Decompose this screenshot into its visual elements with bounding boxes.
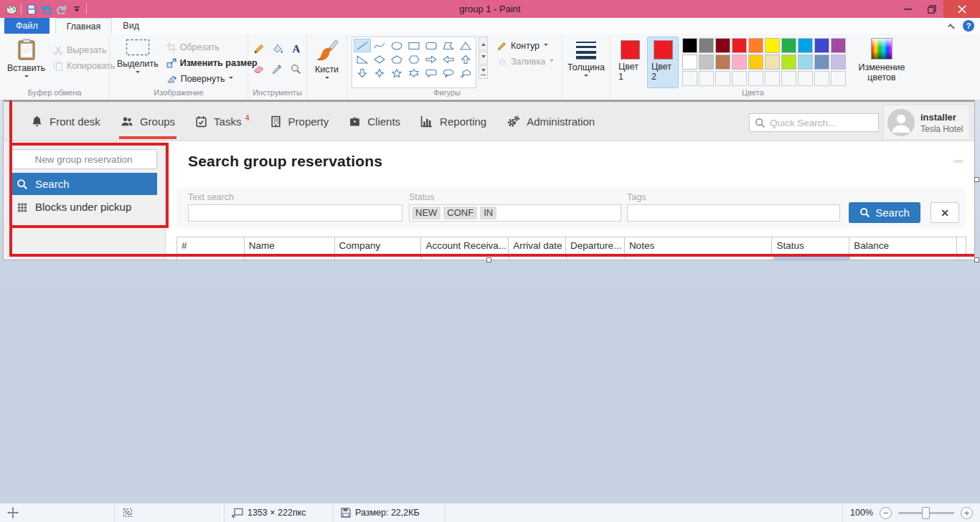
palette-color-efe4b0[interactable]: [765, 54, 780, 70]
nav-item-clients[interactable]: Clients: [339, 102, 410, 141]
shape-pentagon-icon[interactable]: [388, 52, 405, 66]
shape-callout-rounded-icon[interactable]: [423, 66, 440, 80]
shape-hexagon-icon[interactable]: [405, 52, 423, 66]
status-chip-new[interactable]: NEW: [412, 207, 440, 219]
palette-empty-slot[interactable]: [781, 71, 796, 86]
shape-polygon-icon[interactable]: [440, 39, 457, 52]
column-header-balance[interactable]: Balance: [849, 237, 957, 255]
fill-button[interactable]: Заливка: [494, 54, 557, 70]
palette-empty-slot[interactable]: [699, 71, 714, 86]
palette-color-00a2e8[interactable]: [798, 38, 813, 53]
canvas-resize-handle-right[interactable]: [974, 177, 979, 182]
palette-color-ff7f27[interactable]: [748, 38, 763, 53]
shape-callout-cloud-icon[interactable]: [457, 66, 474, 80]
page-scrollbar-thumb[interactable]: [953, 160, 963, 163]
column-header-company[interactable]: Company: [335, 237, 422, 255]
shape-arrow-up-icon[interactable]: [457, 52, 474, 66]
sidebar-item-search[interactable]: Search: [10, 173, 157, 195]
zoom-slider[interactable]: [898, 512, 954, 514]
palette-empty-slot[interactable]: [814, 71, 829, 86]
palette-color-000000[interactable]: [682, 38, 697, 53]
nav-item-groups[interactable]: Groups: [110, 102, 185, 141]
tab-file[interactable]: Файл: [4, 18, 50, 34]
quick-search-box[interactable]: [749, 113, 879, 132]
shape-triangle-icon[interactable]: [457, 39, 474, 52]
nav-item-tasks[interactable]: Tasks4: [185, 102, 259, 141]
palette-empty-slot[interactable]: [765, 71, 780, 86]
zoom-slider-thumb[interactable]: [922, 507, 930, 519]
palette-color-ed1c24[interactable]: [732, 38, 747, 53]
palette-empty-slot[interactable]: [682, 71, 697, 86]
shape-arrow-right-icon[interactable]: [423, 52, 440, 66]
shape-curve-icon[interactable]: [371, 39, 388, 52]
status-input[interactable]: NEWCONFIN: [409, 204, 621, 222]
column-header-arrival-date[interactable]: Arrival date: [509, 237, 566, 255]
paint-canvas[interactable]: Front deskGroupsTasks4PropertyClientsRep…: [4, 100, 974, 260]
status-chip-in[interactable]: IN: [480, 207, 496, 219]
palette-color-b5e61d[interactable]: [781, 54, 796, 70]
save-button[interactable]: [24, 1, 39, 16]
quick-search-input[interactable]: [770, 118, 897, 128]
color2-button[interactable]: Цвет 2: [647, 37, 679, 88]
shape-rounded-rectangle-icon[interactable]: [423, 39, 440, 52]
palette-empty-slot[interactable]: [715, 71, 730, 86]
redo-button[interactable]: [54, 1, 69, 16]
collapse-ribbon-icon[interactable]: [948, 23, 955, 30]
shapes-scroll-down[interactable]: [479, 51, 488, 65]
palette-color-22b14c[interactable]: [781, 38, 796, 53]
palette-color-7f7f7f[interactable]: [699, 38, 714, 53]
shape-star-6-icon[interactable]: [405, 66, 423, 80]
sidebar-item-blocks-under-pickup[interactable]: Blocks under pickup: [10, 196, 157, 218]
shape-arrow-left-icon[interactable]: [440, 52, 457, 66]
column-header-name[interactable]: Name: [245, 237, 335, 255]
outline-button[interactable]: Контур: [494, 38, 557, 54]
resize-button[interactable]: Изменить размер: [163, 55, 261, 71]
copy-button[interactable]: Копировать: [50, 58, 118, 74]
search-button[interactable]: Search: [849, 202, 920, 223]
color1-button[interactable]: Цвет 1: [614, 37, 646, 88]
shape-rectangle-icon[interactable]: [405, 39, 423, 52]
palette-empty-slot[interactable]: [732, 71, 747, 86]
rotate-button[interactable]: Повернуть: [163, 71, 261, 87]
palette-color-99d9ea[interactable]: [798, 54, 813, 70]
palette-color-c3c3c3[interactable]: [699, 54, 714, 70]
palette-empty-slot[interactable]: [798, 71, 813, 86]
pencil-tool[interactable]: [251, 41, 267, 57]
cut-button[interactable]: Вырезать: [50, 42, 118, 58]
shapes-more-button[interactable]: [479, 65, 488, 79]
help-icon[interactable]: ?: [963, 20, 974, 32]
select-button[interactable]: Выделить: [113, 37, 163, 88]
brushes-button[interactable]: Кисти: [314, 37, 341, 97]
shape-line-icon[interactable]: [354, 39, 371, 52]
palette-color-fff200[interactable]: [765, 38, 780, 53]
palette-empty-slot[interactable]: [748, 71, 763, 86]
status-chip-conf[interactable]: CONF: [443, 207, 477, 219]
palette-color-ffffff[interactable]: [682, 54, 697, 70]
eraser-tool[interactable]: [251, 61, 267, 77]
table-scroll-up-icon[interactable]: [962, 256, 968, 260]
column-header-notes[interactable]: Notes: [625, 237, 773, 255]
close-button[interactable]: [943, 0, 980, 18]
palette-color-7092be[interactable]: [814, 54, 829, 70]
palette-color-b97a57[interactable]: [715, 54, 730, 70]
palette-color-880015[interactable]: [715, 38, 730, 53]
shape-right-triangle-icon[interactable]: [354, 52, 371, 66]
shape-star-5-icon[interactable]: [388, 66, 405, 80]
shape-star-4-icon[interactable]: [371, 66, 388, 80]
size-button[interactable]: Толщина: [566, 37, 606, 97]
edit-colors-button[interactable]: Изменение цветов: [849, 35, 914, 88]
zoom-out-button[interactable]: −: [880, 507, 892, 519]
paste-button[interactable]: Вставить: [3, 37, 50, 88]
shape-diamond-icon[interactable]: [371, 52, 388, 66]
user-panel[interactable]: installer Tesla Hotel: [883, 105, 970, 140]
palette-color-c8bfe7[interactable]: [831, 54, 846, 70]
crop-button[interactable]: Обрезать: [163, 39, 261, 55]
column-header-account-receiva-[interactable]: Account Receiva...: [421, 237, 509, 255]
magnifier-tool[interactable]: [288, 61, 304, 77]
tags-input[interactable]: [627, 204, 840, 222]
text-search-input[interactable]: [188, 204, 402, 222]
tab-view[interactable]: Вид: [112, 18, 150, 34]
shape-ellipse-icon[interactable]: [388, 39, 405, 52]
undo-button[interactable]: [39, 1, 54, 16]
canvas-resize-handle-bottom[interactable]: [486, 257, 491, 262]
